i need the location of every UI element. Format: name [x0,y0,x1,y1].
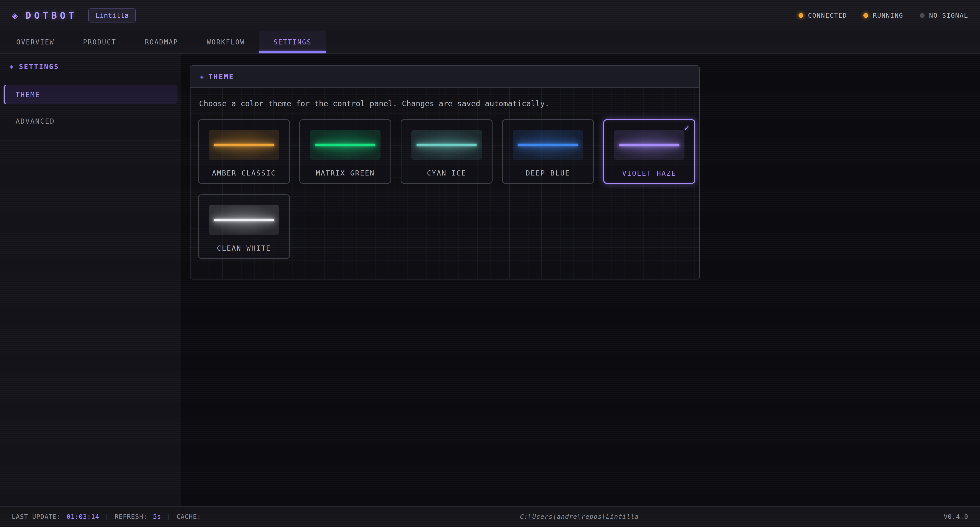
logo-diamond-icon: ◈ [12,10,18,21]
sidebar: ◈ SETTINGS THEMEADVANCED [0,54,181,506]
repo-path: C:\Users\andre\repos\Lintilla [520,513,639,521]
theme-card-clean-white[interactable]: CLEAN WHITE [198,195,290,259]
theme-swatch [513,130,583,160]
sidebar-nav: THEMEADVANCED [0,78,181,131]
theme-color-line [214,144,274,146]
sidebar-title: SETTINGS [19,63,59,70]
logo-group: ◈ DOTBOT Lintilla [12,8,136,22]
sidebar-item-theme[interactable]: THEME [3,85,177,104]
status-label: CONNECTED [808,12,847,19]
status-dot-icon [799,13,803,18]
status-dot-icon [863,13,868,18]
theme-label: DEEP BLUE [526,169,570,177]
last-update-label: LAST UPDATE: [12,513,61,521]
theme-swatch [209,205,279,235]
tab-workflow[interactable]: WORKFLOW [192,31,259,53]
project-badge: Lintilla [88,8,136,22]
theme-label: AMBER CLASSIC [212,169,276,177]
status-indicator-running: RUNNING [863,12,903,19]
refresh-label: REFRESH: [115,513,147,521]
theme-diamond-icon: ◈ [200,73,204,80]
tab-roadmap[interactable]: ROADMAP [130,31,192,53]
cache-value: -- [207,513,215,521]
status-indicator-connected: CONNECTED [799,12,847,19]
theme-panel: ◈ THEME Choose a color theme for the con… [190,65,700,279]
status-label: NO SIGNAL [929,12,968,19]
footer-left: LAST UPDATE: 01:03:14 | REFRESH: 5s | CA… [12,513,215,521]
tab-product[interactable]: PRODUCT [68,31,130,53]
theme-color-line [619,144,679,146]
app-version: V0.4.0 [944,513,968,521]
status-group: CONNECTEDRUNNINGNO SIGNAL [799,12,968,19]
cache-label: CACHE: [177,513,201,521]
status-indicator-no-signal: NO SIGNAL [920,12,968,19]
theme-label: MATRIX GREEN [316,169,375,177]
theme-panel-body: Choose a color theme for the control pan… [190,88,699,279]
theme-swatch [411,130,482,160]
sidebar-header: ◈ SETTINGS [0,54,181,78]
status-dot-icon [920,13,924,18]
sidebar-item-advanced[interactable]: ADVANCED [3,111,177,131]
theme-label: CLEAN WHITE [217,244,271,252]
theme-swatch [614,130,684,160]
tab-bar: OVERVIEWPRODUCTROADMAPWORKFLOWSETTINGS [0,31,980,54]
tab-overview[interactable]: OVERVIEW [2,31,68,53]
theme-card-cyan-ice[interactable]: CYAN ICE [401,119,493,184]
theme-card-matrix-green[interactable]: MATRIX GREEN [299,119,391,184]
status-label: RUNNING [873,12,903,19]
main-area: ◈ THEME Choose a color theme for the con… [181,54,980,506]
theme-description: Choose a color theme for the control pan… [199,99,692,108]
settings-diamond-icon: ◈ [10,63,14,70]
selected-check-icon: ✓ [684,122,690,133]
theme-swatch [310,130,380,160]
theme-panel-title: THEME [208,73,234,81]
app-title: DOTBOT [25,10,77,21]
app-header: ◈ DOTBOT Lintilla CONNECTEDRUNNINGNO SIG… [0,0,980,31]
theme-swatch [209,130,279,160]
theme-color-line [518,144,578,146]
theme-label: VIOLET HAZE [622,169,676,177]
theme-label: CYAN ICE [427,169,466,177]
theme-color-line [315,144,375,146]
theme-card-violet-haze[interactable]: VIOLET HAZE✓ [603,119,695,184]
theme-card-amber-classic[interactable]: AMBER CLASSIC [198,119,290,184]
refresh-value: 5s [153,513,161,521]
sidebar-divider [0,140,181,141]
theme-color-line [214,219,274,221]
last-update-value: 01:03:14 [67,513,99,521]
theme-card-deep-blue[interactable]: DEEP BLUE [502,119,594,184]
theme-color-line [417,144,477,146]
content-area: ◈ SETTINGS THEMEADVANCED ◈ THEME Choose … [0,54,980,506]
footer-separator: | [105,513,109,521]
theme-grid: AMBER CLASSICMATRIX GREENCYAN ICEDEEP BL… [198,119,692,259]
status-footer: LAST UPDATE: 01:03:14 | REFRESH: 5s | CA… [0,506,980,527]
tab-settings[interactable]: SETTINGS [259,31,326,53]
footer-separator: | [167,513,171,521]
theme-panel-header: ◈ THEME [190,66,699,88]
